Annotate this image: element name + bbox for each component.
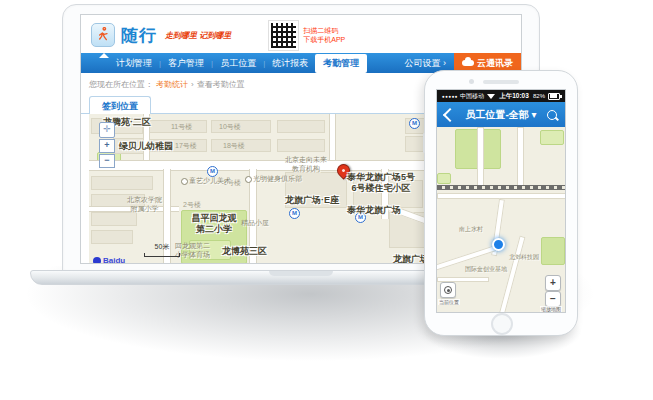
- earpiece: [483, 80, 519, 84]
- map-building: [277, 139, 325, 152]
- map-road: [329, 114, 336, 160]
- map-label-building: 18号楼: [223, 141, 245, 151]
- map-label-primary-school: 昌平回龙观 第二小学: [187, 213, 241, 236]
- map-label-village: 南上水村: [459, 225, 483, 234]
- baidu-logo: Baidu: [93, 256, 125, 263]
- nav-item-attendance-active[interactable]: 考勤管理: [315, 54, 367, 73]
- railway-line: [437, 185, 565, 190]
- map-label-art-school-text: 童艺少儿美术: [189, 177, 231, 184]
- search-icon[interactable]: [547, 110, 557, 120]
- signal-dots-icon: ●●●●●: [442, 94, 458, 99]
- company-settings-link[interactable]: 公司设置 ›: [397, 57, 455, 70]
- phone-zoom-in-button[interactable]: +: [545, 275, 561, 291]
- map-label-building: 11号楼: [171, 122, 192, 132]
- locate-caption: 当前位置: [438, 299, 460, 305]
- map-scale-label: 50米: [155, 243, 170, 250]
- marketing-composite: 随行 走到哪里 记到哪里 扫描二维码 下载手机APP 计划管理 | 客户管理 |…: [0, 0, 653, 400]
- phone-title-dropdown[interactable]: 员工位置-全部 ▾: [455, 108, 547, 122]
- phone-status-bar: ●●●●● 中国移动 上午10:03 82%: [437, 90, 565, 102]
- metro-station-icon: M: [409, 118, 420, 129]
- nav-item-plan[interactable]: 计划管理: [109, 57, 159, 70]
- map-label-plaza-e: 龙旗广场·E座: [285, 194, 339, 207]
- front-camera: [469, 79, 474, 84]
- runner-icon: [95, 27, 111, 43]
- locate-icon: [444, 286, 452, 294]
- nav-home[interactable]: [91, 58, 109, 68]
- map-scale: 50米: [144, 242, 180, 257]
- battery-percent: 82%: [533, 93, 545, 99]
- map-label-district-south: 龙博苑三区: [222, 245, 267, 258]
- map-label-school-line1: 昌平回龙观: [187, 213, 241, 224]
- site-header: 随行 走到哪里 记到哪里 扫描二维码 下载手机APP: [81, 15, 521, 53]
- map-label-edu: 北京走向未来 教育机构: [285, 156, 327, 174]
- qr-caption: 扫描二维码 下载手机APP: [303, 26, 345, 45]
- qr-caption-line1: 扫描二维码: [303, 26, 345, 35]
- metro-station-icon: M: [289, 208, 300, 219]
- map-building: [91, 230, 133, 244]
- nav-item-reports[interactable]: 统计报表: [265, 57, 315, 70]
- wifi-icon: [487, 94, 495, 99]
- map-road: [477, 127, 484, 187]
- qr-caption-line2: 下载手机APP: [303, 35, 345, 44]
- map-label-kindergarten: 绿贝儿幼稚园: [119, 140, 173, 153]
- map-label-stadium: 回龙观第二 小学体育场: [175, 242, 210, 260]
- phone-body: ●●●●● 中国移动 上午10:03 82% 员工位置-全部 ▾: [424, 70, 578, 336]
- poi-icon: [245, 176, 252, 183]
- phone-screen: ●●●●● 中国移动 上午10:03 82% 员工位置-全部 ▾: [436, 89, 566, 313]
- map-label-agri-school: 北京农学院 附属小学: [127, 196, 162, 214]
- cloud-contacts-label: 云通讯录: [477, 57, 513, 70]
- qr-code: [269, 21, 298, 50]
- map-label-building: 17号楼: [175, 141, 197, 151]
- map-pan-zoom-control: ✛ + −: [99, 122, 113, 168]
- map-label-residence-line2: 6号楼住宅小区: [321, 183, 441, 194]
- map-scale-bar: [144, 253, 180, 257]
- map-building: [91, 212, 137, 226]
- locate-me-button[interactable]: [440, 282, 456, 298]
- poi-icon: [181, 178, 188, 185]
- nav-item-customer[interactable]: 客户管理: [161, 57, 211, 70]
- map-zoom-in-button[interactable]: +: [99, 139, 115, 153]
- map-label-edu-line1: 北京走向未来: [285, 156, 327, 165]
- map-label-stadium-line1: 回龙观第二: [175, 242, 210, 251]
- map-label-gym: 光明健身俱乐部: [245, 174, 302, 184]
- carrier-label: 中国移动: [460, 92, 484, 101]
- current-location-dot: [492, 238, 505, 251]
- brand-name: 随行: [121, 24, 157, 47]
- caret-down-icon: ▾: [532, 109, 537, 120]
- laptop-base-notch: [269, 271, 333, 276]
- map-green-area: [541, 237, 565, 265]
- map-label-gym-text: 光明健身俱乐部: [253, 175, 302, 182]
- map-road: [517, 127, 524, 187]
- breadcrumb-current: 查看考勤位置: [197, 79, 245, 90]
- map-label-agri-line2: 附属小学: [127, 205, 162, 214]
- breadcrumb-separator: ›: [191, 80, 194, 89]
- map-road: [437, 193, 565, 199]
- map-label-school-line2: 第二小学: [187, 224, 241, 235]
- app-logo-icon: [91, 23, 115, 47]
- map-zoom-out-button[interactable]: −: [99, 154, 115, 168]
- brand-tagline: 走到哪里 记到哪里: [165, 30, 231, 41]
- phone-map[interactable]: 南上水村 北郊科技园 国际金创业基地 当前位置 + − 缩放地图: [437, 127, 565, 312]
- map-label-building: 2号楼: [183, 200, 201, 210]
- cloud-icon: [462, 60, 474, 66]
- map-building: [91, 176, 153, 190]
- map-building: [277, 120, 325, 133]
- phone-zoom-out-button[interactable]: −: [545, 291, 561, 307]
- map-green-area: [437, 173, 451, 184]
- map-label-art-school: 童艺少儿美术: [181, 176, 231, 186]
- map-label-residence-line1: 泰华龙旗广场5号: [321, 172, 441, 183]
- map-label-stadium-line2: 小学体育场: [175, 251, 210, 260]
- map-label-shop: 精品小屋: [241, 218, 269, 228]
- map-green-area: [540, 130, 564, 145]
- map-pan-pad[interactable]: ✛: [99, 122, 115, 138]
- nav-item-employee-location[interactable]: 员工位置: [213, 57, 263, 70]
- breadcrumb-link-attendance[interactable]: 考勤统计: [156, 79, 188, 90]
- baidu-paw-icon: [93, 257, 101, 264]
- phone-nav-bar: 员工位置-全部 ▾: [437, 102, 565, 127]
- status-time: 上午10:03: [497, 92, 531, 101]
- home-button[interactable]: [491, 313, 513, 335]
- battery-icon: [548, 93, 560, 100]
- map-label-agri-line1: 北京农学院: [127, 196, 162, 205]
- map-label-residence: 泰华龙旗广场5号 6号楼住宅小区: [321, 172, 441, 195]
- map-label-building: 10号楼: [219, 122, 241, 132]
